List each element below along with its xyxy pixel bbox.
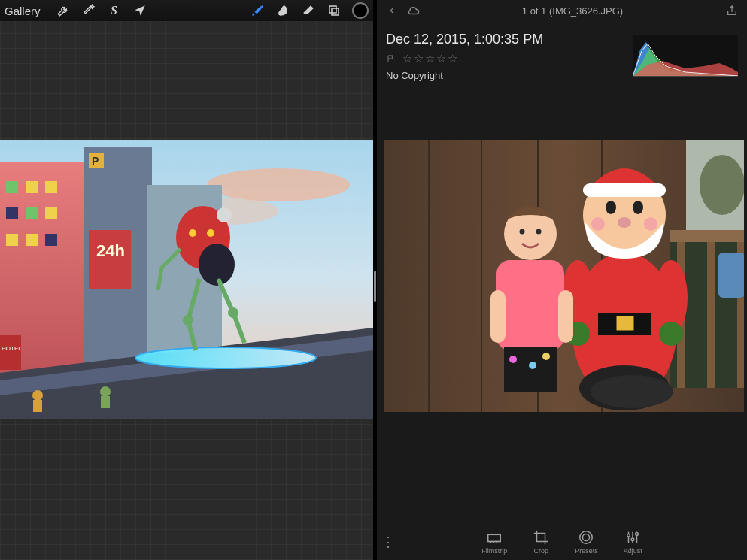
svg-point-90 bbox=[631, 538, 634, 541]
layers-icon[interactable] bbox=[326, 3, 342, 18]
smudge-icon[interactable] bbox=[275, 3, 290, 18]
svg-text:HOTEL: HOTEL bbox=[2, 345, 22, 352]
svg-rect-9 bbox=[6, 207, 18, 219]
svg-rect-35 bbox=[33, 400, 42, 412]
svg-rect-63 bbox=[583, 183, 666, 197]
svg-point-84 bbox=[583, 534, 590, 540]
svg-point-91 bbox=[636, 533, 639, 536]
svg-point-67 bbox=[659, 322, 683, 346]
selection-icon[interactable]: S bbox=[107, 3, 122, 18]
svg-rect-69 bbox=[496, 260, 564, 350]
svg-rect-8 bbox=[45, 181, 57, 193]
color-swatch[interactable] bbox=[352, 2, 369, 19]
svg-point-68 bbox=[591, 375, 673, 408]
svg-point-60 bbox=[618, 217, 631, 228]
photo-app-pane: 1 of 1 (IMG_3626.JPG) Dec 12, 2015, 1:00… bbox=[377, 0, 747, 560]
back-icon[interactable] bbox=[384, 3, 399, 18]
cloud-icon[interactable] bbox=[405, 3, 421, 18]
svg-point-36 bbox=[100, 386, 111, 397]
presets-label: Presets bbox=[575, 547, 598, 555]
svg-point-59 bbox=[633, 201, 643, 214]
photo-viewer[interactable] bbox=[384, 140, 744, 412]
svg-point-31 bbox=[199, 244, 235, 286]
svg-rect-71 bbox=[558, 290, 573, 343]
svg-point-3 bbox=[207, 168, 350, 201]
svg-point-28 bbox=[189, 229, 196, 237]
photo-top-bar: 1 of 1 (IMG_3626.JPG) bbox=[377, 0, 747, 21]
svg-point-61 bbox=[591, 217, 605, 231]
svg-point-89 bbox=[627, 534, 630, 537]
split-grab-handle[interactable] bbox=[374, 271, 376, 302]
svg-rect-75 bbox=[504, 347, 557, 392]
filmstrip-label: Filmstrip bbox=[481, 547, 507, 555]
svg-rect-56 bbox=[615, 315, 635, 331]
adjust-icon bbox=[624, 529, 641, 546]
more-icon[interactable]: ⋮ bbox=[377, 534, 399, 550]
crop-label: Crop bbox=[533, 547, 548, 555]
photo-metadata: Dec 12, 2015, 1:00:35 PM ☆☆☆☆☆ No Copyri… bbox=[377, 21, 747, 86]
svg-point-62 bbox=[644, 217, 657, 231]
drawing-app-pane: Gallery S bbox=[0, 0, 373, 560]
svg-text:24h: 24h bbox=[96, 241, 125, 260]
photo-image bbox=[384, 140, 744, 412]
artwork-image: 24h P HOTEL bbox=[0, 140, 373, 419]
svg-rect-14 bbox=[45, 234, 57, 246]
transform-arrow-icon[interactable] bbox=[132, 3, 147, 18]
wrench-icon[interactable] bbox=[56, 3, 71, 18]
svg-point-33 bbox=[228, 307, 238, 318]
wand-icon[interactable] bbox=[81, 3, 96, 18]
share-icon[interactable] bbox=[724, 3, 739, 18]
rating-stars[interactable]: ☆☆☆☆☆ bbox=[402, 52, 459, 65]
svg-point-73 bbox=[520, 229, 525, 235]
svg-point-32 bbox=[183, 315, 193, 325]
svg-rect-7 bbox=[26, 181, 38, 193]
eraser-icon[interactable] bbox=[301, 3, 316, 18]
svg-rect-13 bbox=[26, 234, 38, 246]
svg-rect-79 bbox=[488, 534, 501, 541]
svg-rect-1 bbox=[332, 8, 339, 15]
crop-icon bbox=[533, 529, 549, 546]
copyright-text: No Copyright bbox=[386, 70, 624, 81]
presets-icon bbox=[578, 529, 594, 546]
photo-date: Dec 12, 2015, 1:00:35 PM bbox=[386, 32, 624, 47]
brush-icon[interactable] bbox=[250, 3, 265, 18]
svg-point-74 bbox=[536, 229, 542, 235]
svg-point-34 bbox=[32, 390, 43, 401]
svg-point-58 bbox=[606, 201, 616, 214]
svg-point-85 bbox=[580, 531, 593, 544]
svg-point-51 bbox=[700, 155, 744, 215]
filmstrip-icon bbox=[486, 529, 503, 546]
adjust-label: Adjust bbox=[624, 547, 642, 555]
filmstrip-button[interactable]: Filmstrip bbox=[481, 529, 507, 555]
histogram bbox=[633, 35, 738, 77]
svg-rect-11 bbox=[45, 207, 57, 219]
svg-rect-12 bbox=[6, 234, 18, 246]
svg-point-78 bbox=[542, 353, 550, 360]
crop-button[interactable]: Crop bbox=[533, 529, 549, 555]
svg-text:P: P bbox=[92, 155, 99, 167]
svg-rect-10 bbox=[26, 207, 38, 219]
photo-title: 1 of 1 (IMG_3626.JPG) bbox=[421, 5, 724, 17]
gallery-button[interactable]: Gallery bbox=[5, 5, 41, 17]
svg-point-76 bbox=[509, 356, 517, 363]
svg-rect-49 bbox=[670, 230, 744, 242]
flag-icon[interactable] bbox=[386, 54, 396, 63]
svg-point-29 bbox=[207, 229, 214, 237]
svg-point-77 bbox=[529, 362, 536, 369]
svg-point-30 bbox=[217, 207, 232, 222]
svg-rect-0 bbox=[329, 6, 336, 13]
photo-bottom-bar: ⋮ Filmstrip Crop Presets Adjust bbox=[377, 524, 747, 560]
svg-rect-6 bbox=[6, 181, 18, 193]
drawing-toolbar: Gallery S bbox=[0, 0, 373, 21]
presets-button[interactable]: Presets bbox=[575, 529, 598, 555]
svg-rect-37 bbox=[101, 396, 110, 408]
drawing-canvas[interactable]: 24h P HOTEL bbox=[0, 140, 373, 419]
svg-rect-52 bbox=[718, 253, 744, 298]
adjust-button[interactable]: Adjust bbox=[624, 529, 642, 555]
svg-rect-70 bbox=[490, 290, 506, 343]
svg-rect-23 bbox=[0, 335, 21, 370]
